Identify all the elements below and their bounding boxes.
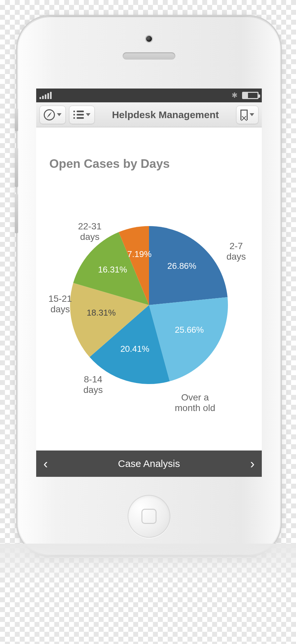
slice-value: 16.31%	[98, 265, 127, 274]
side-button	[15, 108, 18, 131]
slice-value: 26.86%	[167, 261, 196, 271]
slice-label: days	[80, 232, 99, 242]
page-title: Helpdesk Management	[98, 109, 233, 120]
slice-value: 7.19%	[127, 249, 152, 259]
list-icon	[73, 111, 84, 119]
slice-label: 8-14	[84, 374, 102, 384]
home-button[interactable]	[128, 495, 170, 538]
phone-mockup: ✱ Helpdesk Management Open Cases	[17, 16, 281, 556]
chart-title: Open Cases by Days	[49, 157, 170, 171]
chevron-down-icon	[86, 113, 90, 116]
bookmark-icon	[240, 110, 248, 120]
bottom-label: Case Analysis	[48, 458, 250, 469]
list-button[interactable]	[69, 106, 95, 124]
chart-area: Open Cases by Days 26.86%2-7days25.66%Ov…	[36, 127, 262, 451]
chevron-down-icon	[250, 113, 254, 116]
bookmark-button[interactable]	[236, 106, 259, 124]
navigate-button[interactable]	[39, 106, 66, 124]
side-button	[15, 194, 18, 233]
chevron-down-icon	[57, 113, 62, 116]
slice-label: Over a	[181, 392, 209, 402]
status-bar: ✱	[36, 89, 262, 102]
side-button	[15, 148, 18, 187]
slice-label: days	[83, 385, 103, 395]
next-button[interactable]: ›	[250, 457, 255, 470]
pie-chart: 26.86%2-7days25.66%Over amonth old20.41%…	[47, 196, 251, 414]
slice-value: 18.31%	[87, 308, 116, 318]
slice-label: 22-31	[78, 221, 102, 231]
slice-value: 20.41%	[120, 344, 149, 354]
compass-icon	[44, 109, 55, 120]
app-toolbar: Helpdesk Management	[36, 102, 262, 127]
prev-button[interactable]: ‹	[43, 457, 48, 470]
slice-label: 15-21	[48, 294, 72, 304]
slice-label: month old	[175, 403, 215, 413]
slice-label: 2-7	[230, 241, 243, 251]
camera-dot	[146, 36, 152, 42]
device-screen: ✱ Helpdesk Management Open Cases	[36, 89, 262, 477]
signal-icon	[39, 92, 52, 99]
slice-value: 25.66%	[175, 325, 204, 335]
slice-label: days	[226, 251, 246, 262]
speaker-slot	[123, 52, 175, 60]
slice-label: days	[50, 304, 70, 314]
battery-icon	[242, 92, 259, 99]
bluetooth-icon: ✱	[232, 91, 237, 100]
bottom-bar: ‹ Case Analysis ›	[36, 451, 262, 477]
